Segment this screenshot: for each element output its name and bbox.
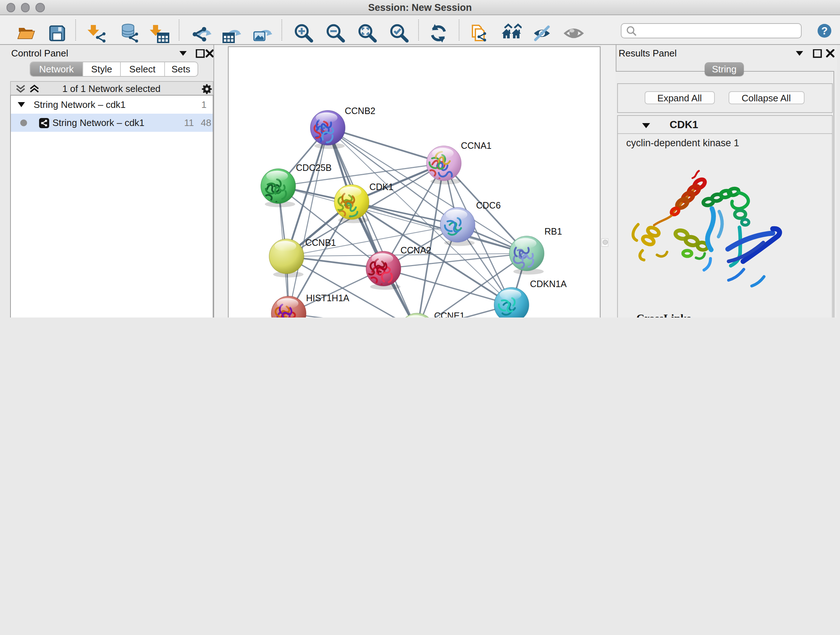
- svg-text:CCNB1: CCNB1: [305, 237, 336, 247]
- svg-text:CDK1: CDK1: [369, 181, 393, 192]
- svg-text:CDC6: CDC6: [476, 200, 501, 210]
- svg-text:CCNB2: CCNB2: [345, 105, 376, 116]
- svg-text:CCNA1: CCNA1: [461, 140, 492, 150]
- svg-text:HIST1H1A: HIST1H1A: [306, 293, 349, 302]
- svg-text:CDC25B: CDC25B: [296, 162, 332, 172]
- svg-text:CCNA2: CCNA2: [401, 245, 431, 255]
- svg-text:CDKN1A: CDKN1A: [530, 279, 567, 288]
- svg-text:RB1: RB1: [545, 226, 562, 236]
- svg-text:?: ?: [821, 25, 827, 36]
- svg-text:CCNE1: CCNE1: [434, 310, 465, 318]
